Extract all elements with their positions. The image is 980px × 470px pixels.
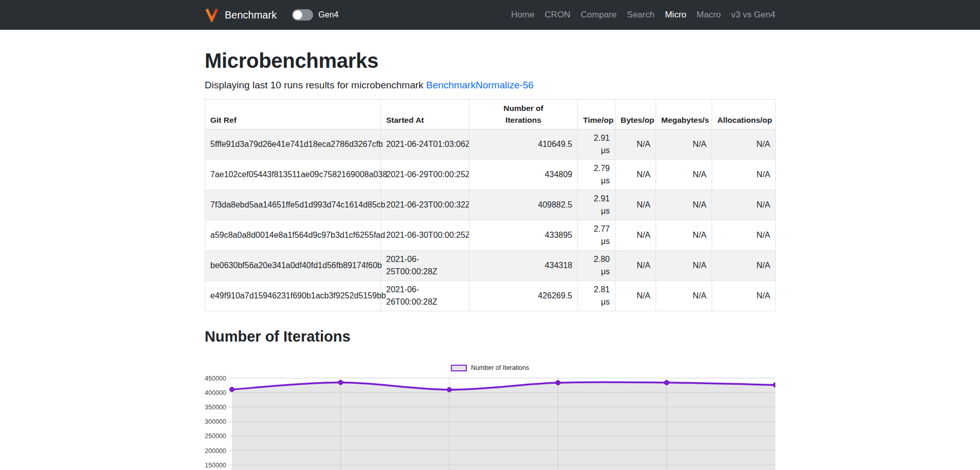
col-header-git-ref: Git Ref: [205, 100, 381, 129]
subtitle: Displaying last 10 runs results for micr…: [205, 80, 775, 91]
data-point: [338, 380, 343, 385]
area-fill: [232, 382, 775, 470]
time-op-cell: 2.77 μs: [578, 220, 615, 250]
started-at-cell: 2021-06-26T00:00:28Z: [381, 280, 469, 311]
megabytes-s-cell: N/A: [656, 190, 712, 220]
bytes-op-cell: N/A: [615, 250, 656, 280]
iterations-chart: Number of Iterations 0500001000001500002…: [205, 364, 775, 470]
navbar-inner: Benchmark Gen4 HomeCRONCompareSearchMicr…: [205, 8, 775, 22]
brand-link[interactable]: Benchmark: [205, 8, 277, 22]
col-header-time-op: Time/op: [578, 100, 615, 129]
runs-table-body: 5fffe91d3a79d26e41e741d18eca2786d3267cfb…: [205, 129, 776, 311]
megabytes-s-cell: N/A: [656, 250, 712, 280]
time-op-cell: 2.79 μs: [578, 159, 615, 190]
data-point: [447, 387, 451, 392]
col-header-bytes-op: Bytes/op: [615, 100, 656, 129]
allocations-op-cell: N/A: [712, 280, 776, 311]
started-at-cell: 2021-06-24T01:03:06Z: [381, 129, 469, 159]
gen4-toggle-wrap: Gen4: [292, 9, 338, 21]
y-tick-label: 300000: [205, 418, 226, 425]
y-tick-label: 250000: [205, 433, 226, 440]
bytes-op-cell: N/A: [615, 220, 656, 250]
iterations-cell: 433895: [469, 220, 578, 250]
col-header-allocations-op: Allocations/op: [712, 100, 776, 129]
bytes-op-cell: N/A: [615, 159, 656, 190]
time-op-cell: 2.91 μs: [578, 129, 615, 159]
git-ref-cell: e49f910a7d15946231f690b1acb3f9252d5159bb: [205, 280, 381, 311]
time-op-cell: 2.81 μs: [578, 280, 615, 311]
nav-item-cron[interactable]: CRON: [539, 8, 575, 22]
table-row: a59c8a0a8d0014e8a1f564d9c97b3d1cf6255fad…: [205, 220, 776, 250]
allocations-op-cell: N/A: [712, 129, 776, 159]
chart-legend: Number of Iterations: [205, 364, 775, 372]
nav-menu: HomeCRONCompareSearchMicroMacrov3 vs Gen…: [506, 8, 775, 22]
header-row: Git RefStarted AtNumber ofIterationsTime…: [205, 100, 776, 129]
chart-canvas: 0500001000001500002000002500003000003500…: [205, 375, 775, 470]
runs-table-head: Git RefStarted AtNumber ofIterationsTime…: [205, 100, 776, 129]
legend-label: Number of Iterations: [471, 364, 529, 371]
git-ref-cell: 5fffe91d3a79d26e41e741d18eca2786d3267cfb: [205, 129, 381, 159]
col-header-iterations: Number ofIterations: [469, 100, 578, 129]
allocations-op-cell: N/A: [712, 220, 776, 250]
git-ref-cell: 7ae102cef05443f813511ae09c7582169008a038: [205, 159, 381, 190]
data-point: [230, 387, 234, 392]
section-heading: Number of Iterations: [205, 328, 775, 346]
git-ref-cell: be0630bf56a20e341a0df40fd1d56fb89174f60b: [205, 250, 381, 280]
megabytes-s-cell: N/A: [656, 220, 712, 250]
y-tick-label: 150000: [205, 462, 226, 469]
nav-item-compare[interactable]: Compare: [575, 8, 622, 22]
table-row: 5fffe91d3a79d26e41e741d18eca2786d3267cfb…: [205, 129, 776, 159]
megabytes-s-cell: N/A: [656, 129, 712, 159]
git-ref-cell: a59c8a0a8d0014e8a1f564d9c97b3d1cf6255fad: [205, 220, 381, 250]
brand-title: Benchmark: [225, 9, 277, 21]
col-header-started-at: Started At: [381, 100, 469, 129]
started-at-cell: 2021-06-29T00:00:25Z: [381, 159, 469, 190]
megabytes-s-cell: N/A: [656, 159, 712, 190]
vitess-logo-icon: [205, 8, 219, 22]
iterations-cell: 434318: [469, 250, 578, 280]
table-row: be0630bf56a20e341a0df40fd1d56fb89174f60b…: [205, 250, 776, 280]
allocations-op-cell: N/A: [712, 250, 776, 280]
main-content: Microbenchmarks Displaying last 10 runs …: [205, 30, 775, 470]
iterations-cell: 409882.5: [469, 190, 578, 220]
allocations-op-cell: N/A: [712, 159, 776, 190]
time-op-cell: 2.80 μs: [578, 250, 615, 280]
bytes-op-cell: N/A: [615, 129, 656, 159]
allocations-op-cell: N/A: [712, 190, 776, 220]
data-point: [556, 381, 560, 385]
y-tick-label: 400000: [205, 389, 226, 397]
navbar: Benchmark Gen4 HomeCRONCompareSearchMicr…: [0, 0, 980, 30]
data-point: [773, 383, 776, 387]
table-row: e49f910a7d15946231f690b1acb3f9252d5159bb…: [205, 280, 776, 311]
iterations-cell: 410649.5: [469, 129, 578, 159]
started-at-cell: 2021-06-23T00:00:32Z: [381, 190, 469, 220]
page-title: Microbenchmarks: [205, 48, 775, 73]
subtitle-text: Displaying last 10 runs results for micr…: [205, 80, 424, 90]
megabytes-s-cell: N/A: [656, 280, 712, 311]
iterations-cell: 434809: [469, 159, 578, 190]
gen4-toggle[interactable]: [292, 9, 313, 21]
y-tick-label: 200000: [205, 447, 226, 455]
nav-item-macro[interactable]: Macro: [692, 8, 726, 22]
data-point: [664, 381, 669, 385]
legend-swatch: [451, 365, 467, 371]
gen4-toggle-knob: [293, 10, 302, 20]
bytes-op-cell: N/A: [615, 280, 656, 311]
iterations-cell: 426269.5: [469, 280, 578, 311]
y-tick-label: 350000: [205, 404, 226, 411]
nav-item-home[interactable]: Home: [506, 8, 539, 22]
table-row: 7ae102cef05443f813511ae09c7582169008a038…: [205, 159, 776, 190]
gen4-toggle-label: Gen4: [318, 10, 338, 20]
table-row: 7f3da8ebd5aa14651ffe5d1d993d74c1614d85cb…: [205, 190, 776, 220]
nav-item-v3-vs-gen4[interactable]: v3 vs Gen4: [726, 8, 775, 22]
nav-item-search[interactable]: Search: [622, 8, 660, 22]
started-at-cell: 2021-06-25T00:00:28Z: [381, 250, 469, 280]
runs-table: Git RefStarted AtNumber ofIterationsTime…: [205, 99, 776, 311]
bytes-op-cell: N/A: [615, 190, 656, 220]
started-at-cell: 2021-06-30T00:00:25Z: [381, 220, 469, 250]
nav-item-micro[interactable]: Micro: [660, 8, 692, 22]
col-header-megabytes-s: Megabytes/s: [656, 100, 712, 129]
benchmark-link[interactable]: BenchmarkNormalize-56: [426, 80, 534, 90]
y-tick-label: 450000: [205, 375, 226, 382]
time-op-cell: 2.91 μs: [578, 190, 615, 220]
